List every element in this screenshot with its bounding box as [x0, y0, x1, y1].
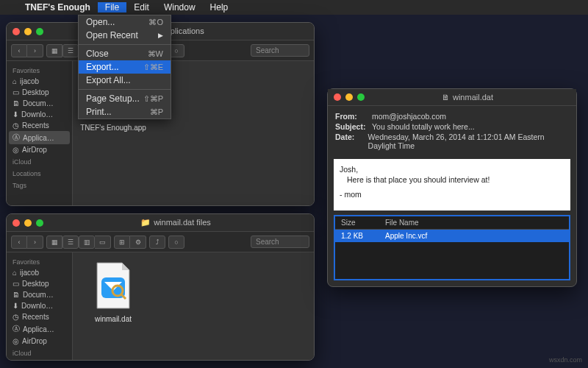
search-input[interactable]: Search	[251, 44, 309, 57]
menu-separator	[79, 89, 171, 90]
sidebar-item-recents[interactable]: ◷Recents	[7, 311, 72, 322]
airdrop-icon: ◎	[12, 146, 19, 154]
sidebar-heading-favorites: Favorites	[7, 255, 72, 267]
clock-icon: ◷	[12, 313, 19, 321]
desktop-icon: ▭	[12, 280, 19, 288]
app-icon: Ⓐ	[12, 132, 20, 143]
menu-item-print[interactable]: Print...⌘P	[79, 105, 171, 118]
attachment-row[interactable]: 1.2 KB Apple Inc.vcf	[335, 230, 569, 242]
share-button[interactable]: ⤴	[149, 236, 165, 249]
back-button[interactable]: ‹	[11, 236, 27, 249]
sidebar-item-airdrop[interactable]: ◎AirDrop	[7, 144, 72, 155]
zoom-icon[interactable]	[357, 93, 365, 101]
view-icon-button[interactable]: ▦	[46, 236, 62, 249]
back-button[interactable]: ‹	[11, 44, 27, 57]
menu-window[interactable]: Window	[157, 2, 203, 13]
tnef-document-window: 🗎winmail.dat From:mom@joshjacob.com Subj…	[327, 88, 577, 287]
clock-icon: ◷	[12, 121, 19, 130]
sidebar-heading-icloud: iCloud	[7, 155, 72, 167]
menu-item-close[interactable]: Close⌘W	[79, 47, 171, 60]
app-name[interactable]: TNEF's Enough	[18, 2, 98, 13]
zoom-icon[interactable]	[36, 28, 43, 35]
sidebar-item-documents[interactable]: 🗎Docum…	[7, 289, 72, 300]
menu-separator	[79, 44, 171, 45]
view-list-button[interactable]: ☰	[62, 236, 79, 249]
sidebar-heading-locations: Locations	[7, 358, 72, 360]
email-body[interactable]: Josh, Here is that place you should inte…	[334, 159, 570, 210]
col-filename[interactable]: File Name	[385, 219, 419, 227]
file-item-dat[interactable]: winmail.dat	[80, 260, 146, 323]
titlebar[interactable]: 📁winmail.dat files	[7, 214, 314, 232]
window-title: winmail.dat	[453, 93, 493, 102]
cell-size: 1.2 KB	[341, 232, 385, 240]
menubar: TNEF's Enough File Edit Window Help	[0, 0, 588, 15]
download-icon: ⬇	[12, 110, 18, 118]
close-icon[interactable]	[334, 93, 341, 101]
sidebar: Favorites ⌂ijacob ▭Desktop 🗎Docum… ⬇Down…	[7, 252, 73, 360]
body-line: Here is that place you should interview …	[340, 175, 564, 184]
sidebar-item-airdrop[interactable]: ◎AirDrop	[7, 336, 72, 347]
finder-window-winmail: 📁winmail.dat files ‹› ▦☰▥▭ ⊞⚙ ⤴ ○ Search…	[6, 213, 315, 361]
attachment-table: Size File Name 1.2 KB Apple Inc.vcf	[334, 215, 570, 280]
zoom-icon[interactable]	[36, 219, 43, 227]
sidebar-item-ijacob[interactable]: ⌂ijacob	[7, 76, 72, 87]
document-icon: 🗎	[12, 99, 20, 107]
menu-item-page-setup[interactable]: Page Setup...⇧⌘P	[79, 92, 171, 105]
menu-help[interactable]: Help	[203, 2, 236, 13]
sidebar-heading-tags: Tags	[7, 179, 72, 191]
document-icon	[87, 260, 139, 311]
table-empty-area[interactable]	[335, 242, 569, 279]
titlebar[interactable]: 🗎winmail.dat	[328, 89, 576, 106]
home-icon: ⌂	[12, 269, 17, 277]
file-label: winmail.dat	[95, 315, 132, 323]
app-icon: Ⓐ	[12, 324, 20, 334]
menu-item-export-all[interactable]: Export All...	[79, 74, 171, 87]
action-button[interactable]: ⚙	[130, 236, 146, 249]
table-header: Size File Name	[335, 216, 569, 230]
view-icon-button[interactable]: ▦	[46, 44, 62, 57]
close-icon[interactable]	[12, 28, 20, 35]
close-icon[interactable]	[12, 219, 20, 227]
forward-button[interactable]: ›	[27, 236, 43, 249]
date-label: Date:	[335, 132, 368, 150]
sidebar-item-documents[interactable]: 🗎Docum…	[7, 98, 72, 109]
menu-file[interactable]: File	[98, 2, 126, 13]
file-grid[interactable]: winmail.dat	[73, 252, 314, 360]
menu-item-open[interactable]: Open...⌘O	[79, 15, 171, 29]
email-headers: From:mom@joshjacob.com Subject:You shoul…	[328, 106, 576, 156]
sidebar-item-recents[interactable]: ◷Recents	[7, 120, 72, 131]
sidebar-item-ijacob[interactable]: ⌂ijacob	[7, 267, 72, 278]
minimize-icon[interactable]	[24, 28, 32, 35]
sidebar-item-desktop[interactable]: ▭Desktop	[7, 87, 72, 98]
sidebar-item-downloads[interactable]: ⬇Downlo…	[7, 300, 72, 311]
sidebar-heading-locations: Locations	[7, 167, 72, 179]
sidebar-item-applications[interactable]: ⒶApplica…	[7, 322, 72, 336]
sidebar-item-downloads[interactable]: ⬇Downlo…	[7, 109, 72, 120]
sidebar-item-desktop[interactable]: ▭Desktop	[7, 278, 72, 289]
view-list-button[interactable]: ☰	[62, 44, 79, 57]
menu-item-export[interactable]: Export...⇧⌘E	[79, 60, 171, 74]
menu-item-open-recent[interactable]: Open Recent▶	[79, 29, 171, 42]
col-size[interactable]: Size	[341, 219, 385, 227]
sidebar: Favorites ⌂ijacob ▭Desktop 🗎Docum… ⬇Down…	[7, 61, 73, 205]
subject-value: You should totally work here...	[372, 122, 475, 131]
tags-button[interactable]: ○	[168, 236, 184, 249]
sidebar-heading-favorites: Favorites	[7, 64, 72, 76]
menu-edit[interactable]: Edit	[126, 2, 157, 13]
group-button[interactable]: ⊞	[114, 236, 130, 249]
home-icon: ⌂	[12, 77, 17, 85]
minimize-icon[interactable]	[345, 93, 353, 101]
body-line: - mom	[340, 190, 564, 199]
document-icon: 🗎	[442, 93, 450, 102]
search-input[interactable]: Search	[251, 236, 309, 248]
sidebar-item-applications[interactable]: ⒶApplica…	[9, 131, 70, 144]
view-column-button[interactable]: ▥	[79, 236, 95, 249]
view-gallery-button[interactable]: ▭	[95, 236, 111, 249]
sidebar-heading-icloud: iCloud	[7, 347, 72, 358]
document-icon: 🗎	[12, 291, 20, 299]
minimize-icon[interactable]	[24, 219, 32, 227]
download-icon: ⬇	[12, 302, 18, 310]
submenu-arrow-icon: ▶	[158, 32, 163, 39]
watermark: wsxdn.com	[549, 356, 582, 364]
forward-button[interactable]: ›	[27, 44, 43, 57]
